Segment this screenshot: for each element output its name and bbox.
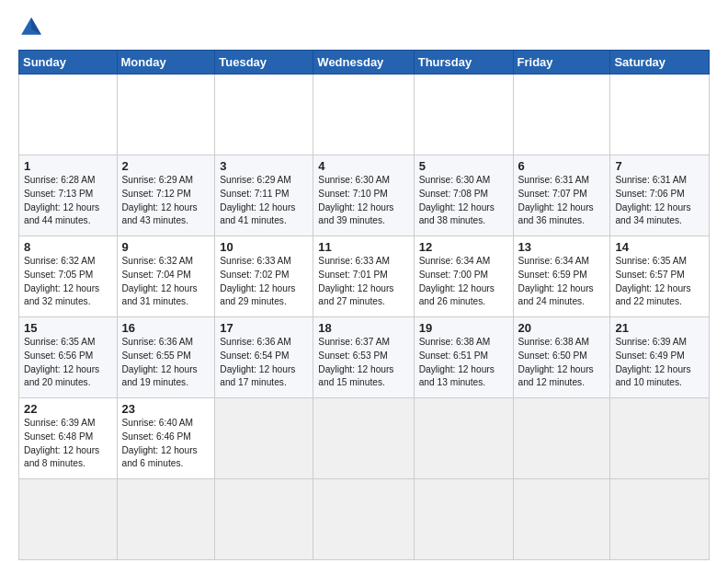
day-info: Sunrise: 6:30 AMSunset: 7:10 PMDaylight:… bbox=[318, 174, 408, 228]
day-info: Sunrise: 6:38 AMSunset: 6:50 PMDaylight:… bbox=[518, 336, 606, 390]
calendar-cell bbox=[414, 479, 513, 560]
weekday-thursday: Thursday bbox=[414, 51, 513, 75]
day-info: Sunrise: 6:30 AMSunset: 7:08 PMDaylight:… bbox=[419, 174, 508, 228]
weekday-wednesday: Wednesday bbox=[313, 51, 414, 75]
calendar-cell bbox=[117, 75, 215, 155]
calendar-body: 1Sunrise: 6:28 AMSunset: 7:13 PMDaylight… bbox=[19, 75, 710, 560]
day-number: 22 bbox=[24, 402, 112, 416]
day-info: Sunrise: 6:35 AMSunset: 6:57 PMDaylight:… bbox=[615, 255, 704, 309]
calendar-cell: 7Sunrise: 6:31 AMSunset: 7:06 PMDaylight… bbox=[610, 155, 710, 236]
day-info: Sunrise: 6:32 AMSunset: 7:05 PMDaylight:… bbox=[24, 255, 112, 309]
calendar-cell bbox=[215, 479, 313, 560]
calendar-cell bbox=[610, 75, 710, 155]
day-info: Sunrise: 6:33 AMSunset: 7:01 PMDaylight:… bbox=[318, 255, 408, 309]
day-number: 19 bbox=[419, 321, 508, 335]
day-number: 9 bbox=[122, 240, 210, 254]
day-info: Sunrise: 6:37 AMSunset: 6:53 PMDaylight:… bbox=[318, 336, 408, 390]
calendar-table: SundayMondayTuesdayWednesdayThursdayFrid… bbox=[18, 50, 710, 560]
logo-icon bbox=[18, 15, 44, 40]
day-number: 1 bbox=[24, 159, 112, 173]
logo bbox=[18, 15, 48, 40]
day-info: Sunrise: 6:28 AMSunset: 7:13 PMDaylight:… bbox=[24, 174, 112, 228]
calendar-cell: 9Sunrise: 6:32 AMSunset: 7:04 PMDaylight… bbox=[117, 236, 215, 317]
calendar-cell: 10Sunrise: 6:33 AMSunset: 7:02 PMDayligh… bbox=[215, 236, 313, 317]
day-number: 13 bbox=[518, 240, 606, 254]
day-info: Sunrise: 6:32 AMSunset: 7:04 PMDaylight:… bbox=[122, 255, 210, 309]
calendar-cell: 20Sunrise: 6:38 AMSunset: 6:50 PMDayligh… bbox=[513, 317, 610, 398]
day-number: 15 bbox=[24, 321, 112, 335]
calendar-cell: 16Sunrise: 6:36 AMSunset: 6:55 PMDayligh… bbox=[117, 317, 215, 398]
day-number: 2 bbox=[122, 159, 210, 173]
calendar-cell bbox=[19, 75, 118, 155]
calendar-cell bbox=[215, 398, 313, 479]
day-number: 23 bbox=[122, 402, 210, 416]
calendar-row: 8Sunrise: 6:32 AMSunset: 7:05 PMDaylight… bbox=[19, 236, 710, 317]
header bbox=[18, 15, 710, 40]
calendar-row: 15Sunrise: 6:35 AMSunset: 6:56 PMDayligh… bbox=[19, 317, 710, 398]
page: SundayMondayTuesdayWednesdayThursdayFrid… bbox=[0, 0, 728, 563]
day-number: 5 bbox=[419, 159, 508, 173]
day-info: Sunrise: 6:33 AMSunset: 7:02 PMDaylight:… bbox=[220, 255, 308, 309]
calendar-cell bbox=[117, 479, 215, 560]
day-number: 7 bbox=[615, 159, 704, 173]
calendar-cell: 13Sunrise: 6:34 AMSunset: 6:59 PMDayligh… bbox=[513, 236, 610, 317]
calendar-cell: 17Sunrise: 6:36 AMSunset: 6:54 PMDayligh… bbox=[215, 317, 313, 398]
calendar-cell: 18Sunrise: 6:37 AMSunset: 6:53 PMDayligh… bbox=[313, 317, 414, 398]
day-number: 3 bbox=[220, 159, 308, 173]
day-info: Sunrise: 6:34 AMSunset: 6:59 PMDaylight:… bbox=[518, 255, 606, 309]
day-info: Sunrise: 6:31 AMSunset: 7:06 PMDaylight:… bbox=[615, 174, 704, 228]
day-info: Sunrise: 6:39 AMSunset: 6:48 PMDaylight:… bbox=[24, 417, 112, 471]
calendar-cell bbox=[313, 75, 414, 155]
calendar-cell: 14Sunrise: 6:35 AMSunset: 6:57 PMDayligh… bbox=[610, 236, 710, 317]
day-number: 17 bbox=[220, 321, 308, 335]
calendar-cell bbox=[313, 398, 414, 479]
calendar-cell bbox=[513, 398, 610, 479]
day-number: 10 bbox=[220, 240, 308, 254]
day-info: Sunrise: 6:31 AMSunset: 7:07 PMDaylight:… bbox=[518, 174, 606, 228]
calendar-row bbox=[19, 75, 710, 155]
calendar-cell bbox=[313, 479, 414, 560]
calendar-cell: 3Sunrise: 6:29 AMSunset: 7:11 PMDaylight… bbox=[215, 155, 313, 236]
day-number: 16 bbox=[122, 321, 210, 335]
day-number: 6 bbox=[518, 159, 606, 173]
day-number: 21 bbox=[615, 321, 704, 335]
day-info: Sunrise: 6:36 AMSunset: 6:55 PMDaylight:… bbox=[122, 336, 210, 390]
calendar-cell: 19Sunrise: 6:38 AMSunset: 6:51 PMDayligh… bbox=[414, 317, 513, 398]
weekday-tuesday: Tuesday bbox=[215, 51, 313, 75]
day-info: Sunrise: 6:40 AMSunset: 6:46 PMDaylight:… bbox=[122, 417, 210, 471]
day-number: 12 bbox=[419, 240, 508, 254]
day-number: 11 bbox=[318, 240, 408, 254]
day-number: 14 bbox=[615, 240, 704, 254]
calendar-cell bbox=[610, 479, 710, 560]
calendar-cell: 5Sunrise: 6:30 AMSunset: 7:08 PMDaylight… bbox=[414, 155, 513, 236]
calendar-cell: 8Sunrise: 6:32 AMSunset: 7:05 PMDaylight… bbox=[19, 236, 118, 317]
day-info: Sunrise: 6:39 AMSunset: 6:49 PMDaylight:… bbox=[615, 336, 704, 390]
calendar-row: 1Sunrise: 6:28 AMSunset: 7:13 PMDaylight… bbox=[19, 155, 710, 236]
calendar-cell: 22Sunrise: 6:39 AMSunset: 6:48 PMDayligh… bbox=[19, 398, 118, 479]
day-number: 4 bbox=[318, 159, 408, 173]
day-info: Sunrise: 6:29 AMSunset: 7:12 PMDaylight:… bbox=[122, 174, 210, 228]
calendar-cell: 12Sunrise: 6:34 AMSunset: 7:00 PMDayligh… bbox=[414, 236, 513, 317]
calendar-cell: 6Sunrise: 6:31 AMSunset: 7:07 PMDaylight… bbox=[513, 155, 610, 236]
calendar-cell bbox=[215, 75, 313, 155]
calendar-cell bbox=[414, 75, 513, 155]
day-number: 20 bbox=[518, 321, 606, 335]
calendar-cell: 23Sunrise: 6:40 AMSunset: 6:46 PMDayligh… bbox=[117, 398, 215, 479]
calendar-cell: 15Sunrise: 6:35 AMSunset: 6:56 PMDayligh… bbox=[19, 317, 118, 398]
day-number: 18 bbox=[318, 321, 408, 335]
calendar-cell: 1Sunrise: 6:28 AMSunset: 7:13 PMDaylight… bbox=[19, 155, 118, 236]
weekday-friday: Friday bbox=[513, 51, 610, 75]
calendar-cell bbox=[513, 479, 610, 560]
weekday-monday: Monday bbox=[117, 51, 215, 75]
calendar-cell bbox=[19, 479, 118, 560]
calendar-row: 22Sunrise: 6:39 AMSunset: 6:48 PMDayligh… bbox=[19, 398, 710, 479]
calendar-cell: 2Sunrise: 6:29 AMSunset: 7:12 PMDaylight… bbox=[117, 155, 215, 236]
calendar-cell: 4Sunrise: 6:30 AMSunset: 7:10 PMDaylight… bbox=[313, 155, 414, 236]
day-info: Sunrise: 6:34 AMSunset: 7:00 PMDaylight:… bbox=[419, 255, 508, 309]
day-info: Sunrise: 6:35 AMSunset: 6:56 PMDaylight:… bbox=[24, 336, 112, 390]
weekday-sunday: Sunday bbox=[19, 51, 118, 75]
calendar-cell: 11Sunrise: 6:33 AMSunset: 7:01 PMDayligh… bbox=[313, 236, 414, 317]
day-info: Sunrise: 6:29 AMSunset: 7:11 PMDaylight:… bbox=[220, 174, 308, 228]
calendar-cell: 21Sunrise: 6:39 AMSunset: 6:49 PMDayligh… bbox=[610, 317, 710, 398]
calendar-cell bbox=[610, 398, 710, 479]
